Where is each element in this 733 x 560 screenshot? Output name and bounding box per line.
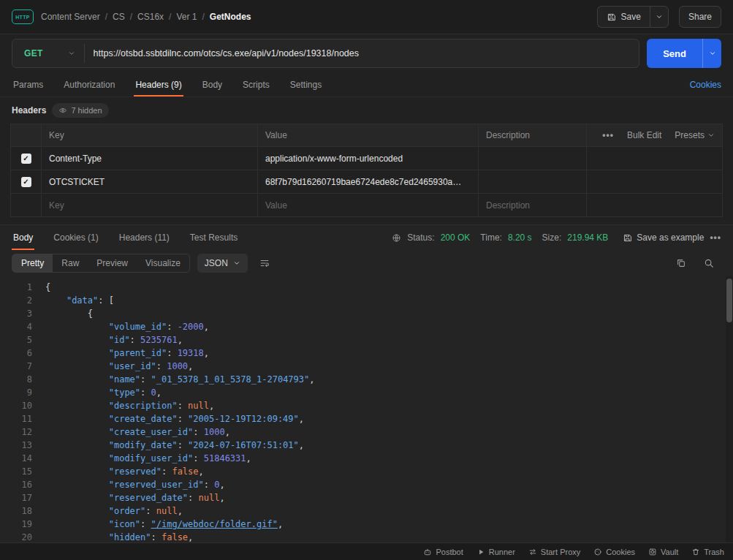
cookies-link[interactable]: Cookies (690, 80, 721, 90)
view-tab-pretty[interactable]: Pretty (12, 254, 53, 272)
header-description-cell[interactable] (479, 147, 587, 170)
code-line-content: "description": null, (32, 399, 214, 412)
network-info-icon[interactable] (392, 233, 401, 243)
line-number: 11 (7, 412, 32, 425)
line-number: 2 (7, 294, 32, 307)
header-row: ✓Content-Typeapplication/x-www-form-urle… (11, 146, 722, 170)
time-label: Time: (480, 232, 502, 243)
code-line-content: "hidden": false, (32, 531, 193, 542)
send-button[interactable]: Send (647, 39, 702, 68)
breadcrumb-separator: / (202, 12, 204, 22)
code-line: 7 "user_id": 1000, (7, 360, 733, 373)
header-description-cell[interactable]: Description (479, 194, 587, 216)
header-value-cell[interactable]: application/x-www-form-urlencoded (258, 147, 479, 170)
json-link[interactable]: "/img/webdoc/folder.gif" (151, 519, 278, 529)
search-button[interactable] (699, 254, 718, 273)
postbot-icon (423, 548, 432, 556)
tab-scripts[interactable]: Scripts (241, 72, 271, 97)
method-selector[interactable]: GET (12, 39, 84, 67)
tab-headers-9[interactable]: Headers (9) (134, 72, 183, 97)
breadcrumb-item-cs16x[interactable]: CS16x (137, 12, 164, 22)
statusbar-label: Cookies (606, 548, 635, 556)
column-header-description: Description (479, 124, 587, 146)
hidden-headers-count: 7 hidden (71, 106, 102, 115)
bulk-edit-button[interactable]: Bulk Edit (627, 130, 661, 140)
header-key-cell[interactable]: OTCSTICKET (42, 170, 258, 193)
view-tab-preview[interactable]: Preview (88, 254, 137, 272)
breadcrumb-separator: / (105, 12, 107, 22)
code-line-content: "create_date": "2005-12-19T12:09:49", (32, 412, 304, 425)
request-tabs-row: ParamsAuthorizationHeaders (9)BodyScript… (0, 72, 733, 97)
code-line: 2 "data": [ (7, 294, 733, 307)
breadcrumb-item-content-server[interactable]: Content Server (41, 12, 100, 22)
hidden-headers-toggle[interactable]: 7 hidden (52, 103, 108, 118)
line-number: 4 (7, 320, 32, 333)
statusbar-trash[interactable]: Trash (691, 548, 724, 556)
header-description-cell[interactable] (479, 170, 587, 193)
headers-section-title: Headers (12, 105, 46, 116)
response-more-actions-icon[interactable]: ••• (710, 232, 721, 243)
tab-test-results[interactable]: Test Results (189, 225, 239, 250)
more-actions-icon[interactable]: ••• (602, 130, 614, 140)
line-number: 15 (7, 465, 32, 478)
url-input[interactable] (85, 39, 639, 67)
statusbar-postbot[interactable]: Postbot (423, 548, 463, 556)
response-body: 1{2 "data": [3 {4 "volume_id": -2000,5 "… (0, 276, 733, 542)
tab-authorization[interactable]: Authorization (62, 72, 116, 97)
format-label: JSON (205, 258, 228, 268)
header-row-checkbox[interactable]: ✓ (21, 154, 31, 164)
size-value: 219.94 KB (567, 232, 608, 243)
statusbar-cookies[interactable]: Cookies (593, 548, 635, 556)
tab-body[interactable]: Body (12, 225, 34, 250)
breadcrumb-item-getnodes[interactable]: GetNodes (210, 12, 251, 22)
code-line: 17 "reserved_date": null, (7, 491, 733, 504)
code-line-content: "create_user_id": 1000, (32, 425, 230, 439)
url-bar: GET (12, 39, 639, 68)
statusbar-vault[interactable]: Vault (648, 548, 678, 556)
statusbar-start-proxy[interactable]: Start Proxy (528, 548, 580, 556)
tab-cookies-1[interactable]: Cookies (1) (52, 225, 99, 250)
save-as-example-button[interactable]: Save as example (623, 232, 704, 243)
header-value-cell[interactable]: 68f7b79d16260719bae6724ede8c7ed2465930a… (258, 170, 479, 193)
share-button[interactable]: Share (679, 6, 721, 28)
copy-icon (676, 258, 686, 268)
tab-settings[interactable]: Settings (289, 72, 323, 97)
http-collection-icon: HTTP (12, 10, 34, 24)
code-line: 13 "modify_date": "2024-07-16T07:51:01", (7, 439, 733, 452)
scrollbar-thumb[interactable] (726, 279, 732, 322)
chevron-down-icon (707, 132, 715, 139)
line-number: 8 (7, 373, 32, 386)
line-number: 9 (7, 386, 32, 399)
tab-params[interactable]: Params (12, 72, 45, 97)
send-options-button[interactable] (702, 39, 721, 68)
presets-dropdown[interactable]: Presets (675, 130, 715, 140)
code-line-content: "icon": "/img/webdoc/folder.gif", (32, 518, 283, 531)
header-row-checkbox[interactable]: ✓ (21, 177, 31, 187)
line-number: 7 (7, 360, 32, 373)
view-tab-visualize[interactable]: Visualize (137, 254, 189, 272)
view-tab-raw[interactable]: Raw (53, 254, 88, 272)
code-line-content: "name": "_01_5378_1_01_5378_1-2704793", (32, 373, 315, 386)
code-line: 10 "description": null, (7, 399, 733, 412)
tab-headers-11[interactable]: Headers (11) (118, 225, 171, 250)
table-header-controls: ••• Bulk Edit Presets (587, 124, 722, 146)
breadcrumb-item-ver-1[interactable]: Ver 1 (176, 12, 197, 22)
header-value-cell[interactable]: Value (258, 194, 479, 216)
code-line: 18 "order": null, (7, 504, 733, 518)
save-options-button[interactable] (650, 6, 669, 28)
breadcrumb-item-cs[interactable]: CS (113, 12, 125, 22)
save-button[interactable]: Save (597, 6, 650, 28)
wrap-text-button[interactable] (255, 254, 274, 273)
format-dropdown[interactable]: JSON (197, 254, 248, 273)
column-header-value: Value (258, 124, 479, 146)
code-line: 14 "modify_user_id": 51846331, (7, 452, 733, 465)
header-key-cell[interactable]: Content-Type (42, 147, 258, 170)
statusbar-runner[interactable]: Runner (476, 548, 515, 556)
tab-body[interactable]: Body (201, 72, 224, 97)
code-line-content: "type": 0, (32, 386, 162, 399)
proxy-icon (528, 548, 537, 556)
copy-button[interactable] (672, 254, 691, 273)
request-bar: GET Send (0, 34, 733, 72)
header-key-cell[interactable]: Key (42, 194, 258, 216)
header-row: ✓OTCSTICKET68f7b79d16260719bae6724ede8c7… (11, 170, 722, 193)
